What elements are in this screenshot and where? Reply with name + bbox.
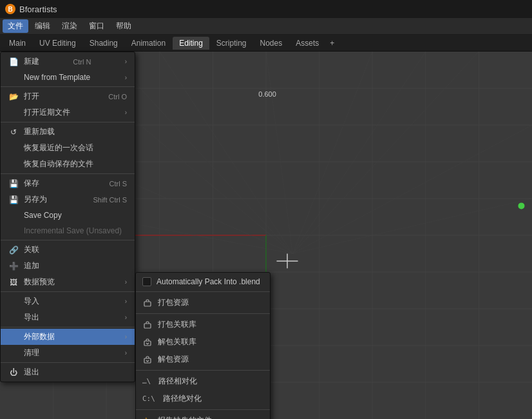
- save-icon: 💾: [8, 179, 19, 189]
- report-missing-item[interactable]: ⚠ 报告缺失的文件: [136, 412, 270, 419]
- content-area: ⬇ ⬆ 📷 ▾ ▾ ⊞ 🎥 ✋ 🔍 ⚙ ⚑ ⊞ ▾ Navi 绘制 原点 ▾: [0, 52, 532, 419]
- auto-pack-checkbox[interactable]: [142, 277, 151, 286]
- menu-export[interactable]: 导出 ›: [1, 309, 135, 326]
- menu-link[interactable]: 🔗 关联: [1, 242, 135, 258]
- sep7: [1, 362, 135, 363]
- pack-linked-lib-label: 打包关联库: [158, 319, 196, 330]
- pack-icon: [142, 298, 153, 308]
- link-icon: 🔗: [8, 245, 19, 255]
- menu-new-template[interactable]: New from Template ›: [1, 70, 135, 85]
- import-menu-icon: [8, 297, 19, 307]
- unpack-icon: [142, 355, 153, 365]
- menu-data-preview[interactable]: 🖼 数据预览 ›: [1, 274, 135, 290]
- unpack-linked-icon: [142, 337, 153, 347]
- recent-icon: [8, 108, 19, 118]
- menu-file[interactable]: 文件: [3, 19, 28, 33]
- sep3: [1, 173, 135, 174]
- external-data-submenu: Automatically Pack Into .blend 打包资源 打包关联: [135, 272, 271, 419]
- menu-quit[interactable]: ⏻ 退出: [1, 364, 135, 380]
- absolute-path-label: 路径绝对化: [163, 393, 202, 404]
- svg-rect-37: [144, 341, 151, 346]
- menu-save[interactable]: 💾 保存 Ctrl S: [1, 175, 135, 191]
- titlebar: B Bforartists: [0, 0, 532, 18]
- menu-import[interactable]: 导入 ›: [1, 293, 135, 309]
- tab-scripting[interactable]: Scripting: [210, 37, 253, 50]
- auto-pack-item[interactable]: Automatically Pack Into .blend: [136, 274, 270, 289]
- sep1: [1, 86, 135, 87]
- menubar: 文件 编辑 渲染 窗口 帮助: [0, 18, 532, 35]
- tab-animation[interactable]: Animation: [125, 37, 172, 50]
- template-icon: [8, 72, 19, 83]
- menu-window[interactable]: 窗口: [84, 19, 109, 33]
- menu-open[interactable]: 📂 打开 Ctrl O: [1, 88, 135, 104]
- menu-open-recent[interactable]: 打开近期文件 ›: [1, 104, 135, 121]
- menu-save-copy[interactable]: Save Copy: [1, 208, 135, 223]
- tab-shading[interactable]: Shading: [83, 37, 124, 50]
- reload-icon: ↺: [8, 127, 19, 137]
- clean-icon: [8, 348, 19, 358]
- menu-clean[interactable]: 清理 ›: [1, 345, 135, 361]
- tab-editing[interactable]: Editing: [173, 37, 209, 50]
- file-dropdown-menu: 📄 新建 Ctrl N › New from Template › 📂 打开 C…: [0, 52, 135, 382]
- pack-assets-label: 打包资源: [158, 297, 189, 308]
- menu-recover-auto[interactable]: 恢复自动保存的文件: [1, 156, 135, 172]
- pack-assets-item[interactable]: 打包资源: [136, 294, 270, 311]
- unpack-assets-label: 解包资源: [158, 354, 189, 365]
- auto-pack-label: Automatically Pack Into .blend: [157, 277, 260, 286]
- menu-render[interactable]: 渲染: [57, 19, 82, 33]
- relative-path-label: 路径相对化: [158, 376, 197, 387]
- menu-recover-recent[interactable]: 恢复最近的一次会话: [1, 140, 135, 156]
- saveas-icon: 💾: [8, 195, 19, 205]
- app-title: Bforartists: [19, 5, 57, 14]
- open-icon: 📂: [8, 92, 19, 102]
- incr-icon: [8, 226, 19, 236]
- unpack-linked-lib-label: 解包关联库: [158, 336, 196, 347]
- sub-sep1: [136, 291, 270, 292]
- tab-main[interactable]: Main: [3, 37, 32, 50]
- external-icon: [8, 332, 19, 342]
- sep5: [1, 291, 135, 292]
- sub-sep2: [136, 313, 270, 314]
- recover-icon: [8, 143, 19, 153]
- menu-append[interactable]: ➕ 追加: [1, 258, 135, 274]
- menu-help[interactable]: 帮助: [111, 19, 137, 33]
- recover-auto-icon: [8, 159, 19, 170]
- menu-edit[interactable]: 编辑: [30, 19, 55, 33]
- menu-save-as[interactable]: 💾 另存为 Shift Ctrl S: [1, 191, 135, 208]
- sep6: [1, 327, 135, 327]
- copy-icon: [8, 210, 19, 220]
- sub-sep3: [136, 370, 270, 371]
- quit-icon: ⏻: [8, 367, 19, 378]
- menu-external-data[interactable]: 外部数据 ›: [1, 329, 135, 345]
- unpack-assets-item[interactable]: 解包资源: [136, 351, 270, 368]
- menu-new[interactable]: 📄 新建 Ctrl N ›: [1, 54, 135, 70]
- sub-sep4: [136, 409, 270, 410]
- report-missing-label: 报告缺失的文件: [158, 415, 212, 419]
- pack-linked-icon: [142, 320, 153, 330]
- new-icon: 📄: [8, 57, 19, 67]
- sep2: [1, 122, 135, 122]
- tab-nodes[interactable]: Nodes: [254, 37, 289, 50]
- warning-icon: ⚠: [142, 416, 150, 419]
- svg-rect-35: [144, 302, 151, 306]
- relative-path-item[interactable]: …\ 路径相对化: [136, 373, 270, 390]
- preview-icon: 🖼: [8, 277, 19, 287]
- app-icon: B: [5, 4, 15, 14]
- append-icon: ➕: [8, 261, 19, 271]
- tab-assets[interactable]: Assets: [289, 37, 325, 50]
- tab-uv-editing[interactable]: UV Editing: [33, 37, 82, 50]
- tab-add[interactable]: +: [326, 37, 338, 50]
- workspace-tabs: Main UV Editing Shading Animation Editin…: [0, 35, 532, 52]
- menu-reload[interactable]: ↺ 重新加载: [1, 124, 135, 140]
- menu-incremental-save: Incremental Save (Unsaved): [1, 223, 135, 239]
- svg-rect-36: [144, 324, 151, 328]
- absolute-prefix: C:\: [142, 395, 155, 403]
- svg-rect-38: [144, 358, 151, 363]
- svg-point-34: [518, 202, 524, 209]
- absolute-path-item[interactable]: C:\ 路径绝对化: [136, 390, 270, 407]
- unpack-linked-lib-item[interactable]: 解包关联库: [136, 333, 270, 351]
- export-menu-icon: [8, 313, 19, 323]
- sep4: [1, 240, 135, 240]
- pack-linked-lib-item[interactable]: 打包关联库: [136, 316, 270, 333]
- relative-prefix: …\: [142, 377, 151, 385]
